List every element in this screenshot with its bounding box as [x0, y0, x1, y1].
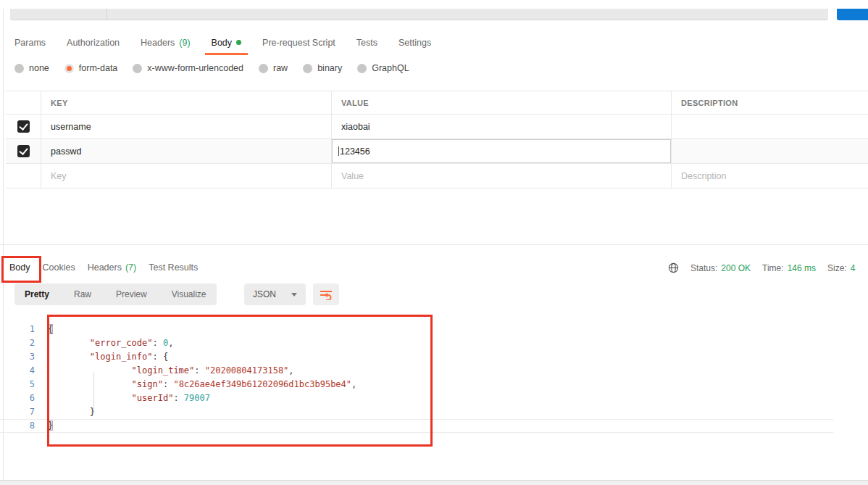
description-placeholder-cell[interactable]: Description — [672, 164, 868, 188]
radio-label: binary — [317, 63, 342, 73]
status-value: 200 OK — [721, 263, 751, 273]
tab-label: Tests — [356, 38, 377, 48]
description-cell[interactable] — [672, 115, 868, 138]
radio-binary[interactable]: binary — [303, 63, 342, 73]
radio-form-data[interactable]: form-data — [64, 63, 118, 73]
response-time: Time:146 ms — [762, 263, 816, 273]
indent-guide — [93, 373, 94, 414]
size-value: 4 — [851, 263, 856, 273]
status-code: Status:200 OK — [690, 263, 751, 273]
row-checkbox-cell — [6, 139, 41, 163]
row-checkbox-cell — [6, 115, 41, 138]
radio-icon — [133, 64, 142, 73]
key-text: passwd — [51, 146, 81, 157]
radio-none[interactable]: none — [14, 63, 49, 73]
code-line[interactable]: 4 "login_time": "20200804173158", — [0, 364, 833, 378]
view-mode-group: Pretty Raw Preview Visualize — [14, 283, 217, 305]
line-number: 6 — [0, 391, 35, 405]
code-line[interactable]: 5 "sign": "8c26ae4ef349b61202096d1bc3b95… — [0, 378, 833, 391]
view-preview[interactable]: Preview — [116, 289, 147, 299]
value-placeholder-cell[interactable]: Value — [332, 164, 672, 188]
line-number: 7 — [0, 405, 35, 419]
description-cell[interactable] — [672, 139, 868, 163]
tab-authorization[interactable]: Authorization — [67, 32, 120, 55]
value-column-header: VALUE — [332, 91, 672, 114]
headers-count-badge: (7) — [125, 262, 136, 273]
key-placeholder: Key — [51, 171, 67, 181]
value-placeholder: Value — [341, 171, 364, 181]
key-cell[interactable]: passwd — [41, 139, 332, 163]
view-raw[interactable]: Raw — [74, 289, 91, 299]
size-label: Size: — [827, 263, 847, 273]
line-number: 3 — [0, 350, 35, 364]
response-tab-body[interactable]: Body — [9, 262, 30, 273]
postman-request-view: Params Authorization Headers(9) Body Pre… — [0, 0, 868, 485]
code-line[interactable]: 3 "login_info": { — [0, 350, 833, 364]
time-label: Time: — [762, 263, 784, 273]
view-pretty[interactable]: Pretty — [25, 289, 49, 299]
tab-label: Test Results — [149, 262, 198, 273]
headers-count-badge: (9) — [179, 38, 190, 48]
radio-label: form-data — [79, 63, 118, 73]
code-line-active[interactable]: 8} — [0, 419, 833, 433]
key-column-header: KEY — [41, 91, 332, 114]
code-line[interactable]: 1{ — [0, 323, 833, 336]
status-footer-bar — [0, 480, 868, 485]
tab-label: Headers — [141, 38, 175, 48]
tab-body[interactable]: Body — [205, 32, 249, 55]
code-line[interactable]: 2 "error_code": 0, — [0, 336, 833, 350]
radio-graphql[interactable]: GraphQL — [357, 63, 409, 73]
table-row: username xiaobai — [6, 115, 868, 139]
value-edit-input[interactable]: 123456 — [332, 139, 671, 163]
description-placeholder: Description — [681, 171, 727, 181]
radio-raw[interactable]: raw — [259, 63, 288, 73]
response-status-bar: Status:200 OK Time:146 ms Size:4 — [668, 262, 855, 273]
method-url-divider — [107, 9, 107, 20]
wrap-text-button[interactable] — [313, 283, 339, 305]
line-number: 2 — [0, 336, 35, 350]
text-cursor — [338, 146, 339, 156]
line-number: 5 — [0, 378, 35, 391]
radio-icon — [357, 64, 367, 73]
code-line[interactable]: 6 "userId": 79007 — [0, 391, 833, 405]
tab-headers[interactable]: Headers(9) — [141, 32, 191, 55]
view-visualize[interactable]: Visualize — [172, 289, 206, 299]
tab-tests[interactable]: Tests — [356, 32, 377, 55]
tab-params[interactable]: Params — [14, 32, 46, 55]
radio-x-www-form-urlencoded[interactable]: x-www-form-urlencoded — [133, 63, 243, 73]
format-dropdown[interactable]: JSON — [244, 283, 306, 305]
response-tab-cookies[interactable]: Cookies — [43, 262, 75, 273]
description-column-header: DESCRIPTION — [672, 91, 868, 114]
time-value: 146 ms — [788, 263, 816, 273]
send-button[interactable] — [837, 9, 868, 20]
radio-label: GraphQL — [372, 63, 409, 73]
key-cell[interactable]: username — [41, 115, 332, 138]
table-placeholder-row: Key Value Description — [6, 164, 868, 188]
tab-pre-request-script[interactable]: Pre-request Script — [262, 32, 335, 55]
response-size: Size:4 — [827, 263, 855, 273]
url-input[interactable] — [10, 9, 828, 20]
code-line[interactable]: 7 } — [0, 405, 833, 419]
row-checkbox[interactable] — [17, 145, 30, 157]
tab-label: Body — [9, 262, 30, 273]
tab-settings[interactable]: Settings — [398, 32, 431, 55]
row-checkbox[interactable] — [17, 120, 30, 133]
tab-label: Pre-request Script — [262, 38, 335, 48]
row-checkbox-cell — [6, 164, 41, 188]
caret-down-icon — [291, 293, 297, 297]
key-placeholder-cell[interactable]: Key — [41, 164, 332, 188]
response-body-editor[interactable]: 1{ 2 "error_code": 0, 3 "login_info": { … — [0, 314, 868, 455]
body-modified-dot-icon — [236, 40, 241, 45]
globe-icon — [668, 262, 679, 273]
tab-label: Settings — [398, 38, 431, 48]
radio-selected-icon — [64, 64, 74, 73]
response-tab-test-results[interactable]: Test Results — [149, 262, 198, 273]
line-number: 4 — [0, 364, 35, 378]
value-cell[interactable]: xiaobai — [332, 115, 672, 138]
wrap-text-icon — [319, 289, 333, 300]
response-tab-headers[interactable]: Headers(7) — [88, 262, 137, 273]
line-number: 8 — [0, 420, 35, 432]
request-tabs: Params Authorization Headers(9) Body Pre… — [14, 32, 431, 55]
tab-label: Cookies — [43, 262, 75, 273]
checkbox-column-header — [6, 91, 41, 114]
